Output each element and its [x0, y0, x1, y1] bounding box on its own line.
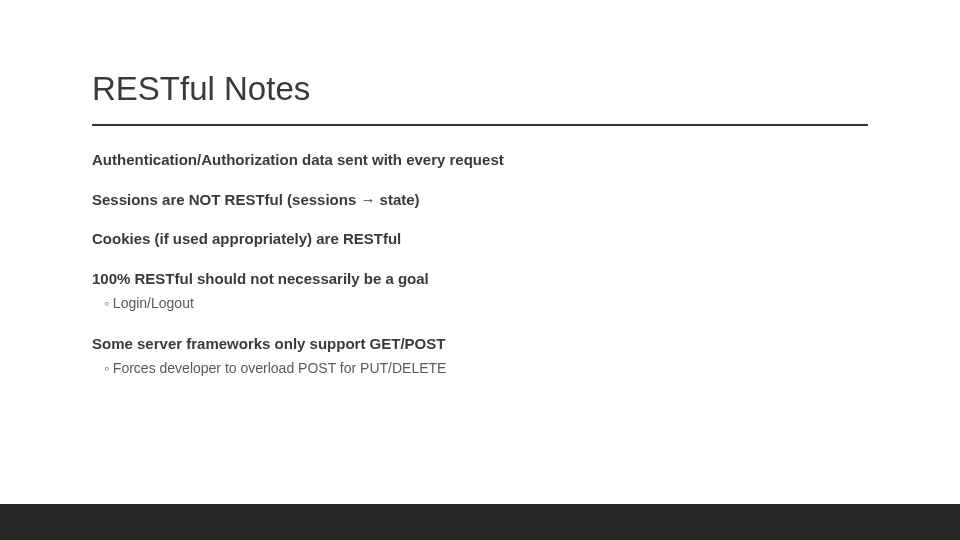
sub-overload-post: Forces developer to overload POST for PU…	[104, 359, 868, 379]
bullet-goal: 100% RESTful should not necessarily be a…	[92, 269, 868, 289]
footer-bar	[0, 504, 960, 540]
slide-title: RESTful Notes	[92, 70, 868, 108]
bullet-frameworks: Some server frameworks only support GET/…	[92, 334, 868, 354]
title-divider	[92, 124, 868, 126]
bullet-sessions: Sessions are NOT RESTful (sessions → sta…	[92, 190, 868, 210]
bullet-cookies: Cookies (if used appropriately) are REST…	[92, 229, 868, 249]
sub-login-logout: Login/Logout	[104, 294, 868, 314]
bullet-auth: Authentication/Authorization data sent w…	[92, 150, 868, 170]
slide: RESTful Notes Authentication/Authorizati…	[0, 0, 960, 379]
